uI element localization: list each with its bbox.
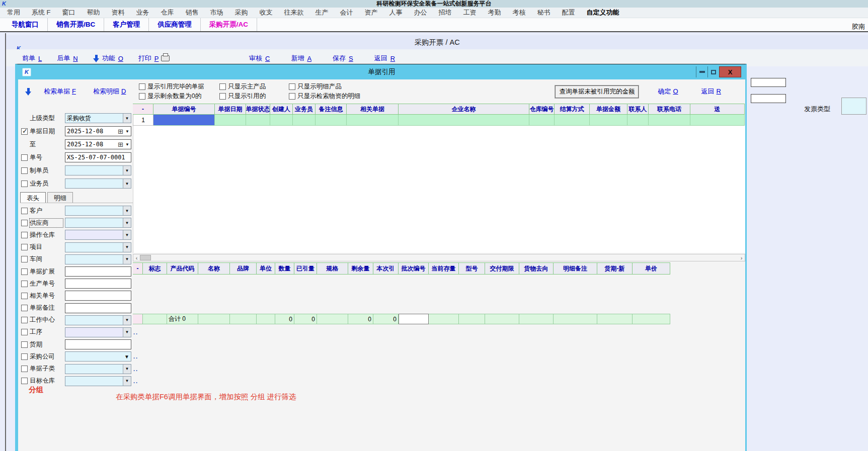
- filter-checkbox-item[interactable]: 只显示明细产品: [289, 82, 382, 92]
- menu-item[interactable]: 往来款: [284, 8, 304, 17]
- menu-item[interactable]: 市场: [210, 8, 223, 17]
- checkbox-icon[interactable]: [21, 167, 28, 174]
- filter-field[interactable]: 采购收货 ⊞ ▼: [65, 113, 131, 123]
- menu-item[interactable]: 考勤: [488, 8, 501, 17]
- checkbox-icon[interactable]: [21, 128, 28, 135]
- grid-column-header[interactable]: 明细备注: [554, 262, 597, 275]
- grid-column-header[interactable]: 型号: [459, 262, 485, 275]
- return-link[interactable]: 返回R: [701, 87, 721, 96]
- maximize-button[interactable]: [707, 66, 719, 77]
- filter-field[interactable]: ⊞ ▼: [65, 178, 131, 189]
- grid-column-header[interactable]: 单据编号: [153, 104, 215, 115]
- grid-cell[interactable]: [627, 115, 649, 126]
- confirm-link[interactable]: 确定O: [658, 87, 678, 96]
- checkbox-icon[interactable]: [21, 244, 28, 250]
- menu-item[interactable]: 窗口: [62, 8, 75, 17]
- menu-item[interactable]: 会计: [340, 8, 353, 17]
- checkbox-icon[interactable]: [289, 93, 295, 100]
- grid-cell[interactable]: 1: [133, 115, 153, 126]
- filter-field[interactable]: ⊞ ▼: [65, 254, 131, 264]
- dropdown-arrow-icon[interactable]: ▼: [123, 114, 131, 123]
- menu-item[interactable]: 常用: [7, 8, 20, 17]
- toolbar-link[interactable]: 后单N: [57, 54, 77, 63]
- filter-field[interactable]: ⊞ ▼: [65, 165, 131, 175]
- grid-column-header[interactable]: 相关单据: [347, 104, 399, 115]
- grid-column-header[interactable]: 联系电话: [649, 104, 690, 115]
- grid-column-header[interactable]: 标志: [143, 262, 167, 275]
- filter-field[interactable]: ⊞ ▼: [65, 376, 131, 386]
- dropdown-arrow-icon[interactable]: ▼: [123, 206, 131, 215]
- dropdown-arrow-icon[interactable]: ▼: [124, 140, 131, 149]
- filter-field[interactable]: ⊞ ▼: [65, 230, 131, 240]
- document-grid-body[interactable]: [133, 126, 745, 253]
- menu-item[interactable]: 自定义功能: [587, 8, 619, 17]
- grid-column-header[interactable]: 联系人: [627, 104, 649, 115]
- menu-item[interactable]: 仓库: [161, 8, 174, 17]
- close-button[interactable]: X: [719, 66, 741, 77]
- filter-field[interactable]: ⊞ ▼: [65, 218, 131, 228]
- filter-checkbox-item[interactable]: 显示引用完毕的单据: [139, 82, 214, 92]
- checkbox-icon[interactable]: [21, 154, 28, 161]
- filter-field[interactable]: XS-25-07-07-0001 ⊞ ▼: [65, 152, 131, 162]
- filter-field[interactable]: ⊞ ▼: [65, 339, 131, 349]
- filter-checkbox-item[interactable]: 显示剩余数量为0的: [139, 92, 214, 101]
- checkbox-icon[interactable]: [21, 256, 28, 262]
- panel-tab[interactable]: 表头: [20, 192, 46, 203]
- checkbox-icon[interactable]: [21, 341, 28, 348]
- grid-cell[interactable]: [529, 115, 555, 126]
- grid-column-header[interactable]: -: [133, 104, 153, 115]
- checkbox-icon[interactable]: [21, 208, 28, 214]
- filter-field[interactable]: ⊞ ▼: [65, 242, 131, 252]
- checkbox-icon[interactable]: [21, 353, 28, 360]
- menu-item[interactable]: 销售: [186, 8, 199, 17]
- checkbox-icon[interactable]: [21, 329, 28, 335]
- grid-column-header[interactable]: 仓库编号: [529, 104, 555, 115]
- toolbar-link[interactable]: 返回R: [374, 54, 395, 63]
- window-tab[interactable]: 销售开票/BC: [48, 18, 104, 31]
- dropdown-arrow-icon[interactable]: ▼: [123, 328, 131, 337]
- window-tab[interactable]: 导航窗口: [3, 18, 48, 31]
- menu-item[interactable]: 工资: [463, 8, 477, 17]
- filter-field[interactable]: ⊞ ▼: [65, 206, 131, 216]
- filter-field[interactable]: ⊞ ▼: [65, 327, 131, 337]
- grid-column-header[interactable]: 业务员: [293, 104, 315, 115]
- checkbox-icon[interactable]: [21, 366, 28, 372]
- dropdown-arrow-icon[interactable]: ▼: [123, 243, 131, 252]
- toolbar-link[interactable]: 新增A: [291, 54, 311, 63]
- horizontal-scrollbar[interactable]: ‹ ›: [133, 254, 745, 261]
- grid-cell[interactable]: [153, 115, 215, 126]
- grid-column-header[interactable]: 单位: [257, 262, 275, 275]
- filter-field[interactable]: ⊞ ▼: [65, 291, 131, 301]
- grid-cell[interactable]: [590, 115, 627, 126]
- filter-field[interactable]: 2025-12-08 ⊞ ▼: [65, 126, 131, 136]
- grid-column-header[interactable]: -: [133, 262, 143, 275]
- background-input[interactable]: [751, 94, 786, 103]
- checkbox-icon[interactable]: [289, 83, 295, 90]
- grid-column-header[interactable]: 当前存量: [429, 262, 459, 275]
- dropdown-arrow-icon[interactable]: ▼: [124, 127, 131, 136]
- checkbox-icon[interactable]: [21, 378, 28, 384]
- scrollbar-track[interactable]: [151, 254, 738, 261]
- grid-column-header[interactable]: 创建人: [270, 104, 293, 115]
- dropdown-arrow-icon[interactable]: ▼: [123, 218, 131, 227]
- checkbox-icon[interactable]: [21, 232, 28, 238]
- dropdown-arrow-icon[interactable]: ▼: [123, 365, 131, 374]
- grid-cell[interactable]: [399, 115, 529, 126]
- grid-column-header[interactable]: 名称: [198, 262, 230, 275]
- grid-column-header[interactable]: 送: [690, 104, 745, 115]
- grid-cell[interactable]: [315, 115, 347, 126]
- dropdown-arrow-icon[interactable]: ▼: [123, 352, 131, 361]
- grid-column-header[interactable]: 数量: [275, 262, 294, 275]
- menu-item[interactable]: 资产: [365, 8, 378, 17]
- checkbox-icon[interactable]: [21, 181, 28, 187]
- menu-item[interactable]: 办公: [414, 8, 427, 17]
- menu-item[interactable]: 配置: [562, 8, 575, 17]
- menu-item[interactable]: 系统 F: [32, 8, 51, 17]
- window-tab[interactable]: 供应商管理: [149, 18, 201, 31]
- grid-column-header[interactable]: 批次编号: [399, 262, 429, 275]
- search-link[interactable]: 检索单据F: [44, 87, 76, 96]
- toolbar-link[interactable]: 审核C: [249, 54, 270, 63]
- dropdown-arrow-icon[interactable]: ▼: [123, 179, 131, 188]
- minimize-button[interactable]: [696, 66, 707, 77]
- grid-cell[interactable]: [270, 115, 293, 126]
